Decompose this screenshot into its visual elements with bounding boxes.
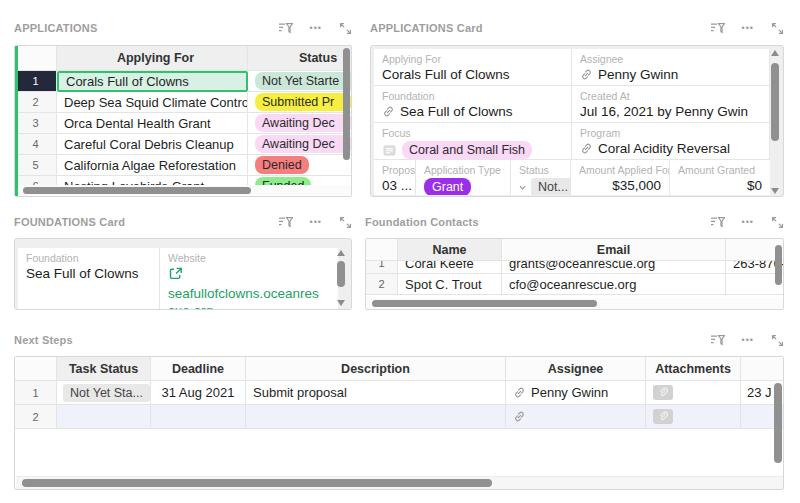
scroll-down-arrow[interactable]: [337, 300, 345, 306]
scroll-up-arrow[interactable]: [771, 50, 779, 56]
field-program[interactable]: Program Coral Acidity Reversal: [572, 123, 770, 159]
vertical-scrollbar-thumb[interactable]: [343, 48, 350, 160]
column-header-extra[interactable]: [741, 357, 784, 381]
row-number[interactable]: 3: [15, 113, 57, 134]
column-header-description[interactable]: Description: [246, 357, 506, 381]
scroll-down-arrow[interactable]: [771, 188, 779, 194]
cell-attachments[interactable]: [646, 381, 741, 405]
filter-icon[interactable]: [710, 334, 725, 346]
cell-status[interactable]: Awaiting Dec: [248, 134, 352, 155]
cell-task-status[interactable]: [57, 405, 151, 429]
column-header-assignee[interactable]: Assignee: [506, 357, 646, 381]
cell-deadline[interactable]: 31 Aug 2021: [151, 381, 246, 405]
field-applying-for[interactable]: Applying For Corals Full of Clowns: [374, 49, 572, 85]
column-header-attachments[interactable]: Attachments: [646, 357, 741, 381]
field-assignee[interactable]: Assignee Penny Gwinn: [572, 49, 770, 85]
cell-email[interactable]: cfo@oceanrescue.org: [502, 274, 726, 295]
cell-task-status[interactable]: Not Yet Sta...: [57, 381, 151, 405]
vertical-scrollbar-thumb[interactable]: [774, 383, 782, 463]
field-amount-applied[interactable]: Amount Applied For $35,000: [571, 160, 670, 195]
table-row[interactable]: 1 Coral Keefe grants@oceanrescue.org 263…: [366, 261, 784, 274]
row-number[interactable]: 2: [15, 92, 57, 113]
column-header-task-status[interactable]: Task Status: [57, 357, 151, 381]
expand-icon[interactable]: [771, 334, 784, 347]
table-row[interactable]: 3 Orca Dental Health Grant Awaiting Dec: [15, 113, 352, 134]
field-foundation[interactable]: Foundation Sea Full of Clowns: [18, 248, 160, 310]
column-header-status[interactable]: Status: [248, 46, 352, 71]
row-number[interactable]: 5: [15, 155, 57, 176]
field-website[interactable]: Website seafullofclowns.oceanrescue.org: [160, 248, 338, 310]
expand-icon[interactable]: [771, 22, 784, 35]
vertical-scrollbar-thumb[interactable]: [771, 63, 779, 141]
attachment-button[interactable]: [653, 385, 673, 400]
attachment-button[interactable]: [653, 409, 673, 424]
cell-applying-for[interactable]: Deep Sea Squid Climate Control: [57, 92, 248, 113]
column-header-deadline[interactable]: Deadline: [151, 357, 246, 381]
filter-icon[interactable]: [278, 22, 293, 34]
more-options-icon[interactable]: •••: [742, 24, 754, 33]
more-options-icon[interactable]: •••: [310, 218, 322, 227]
link-record-icon: [513, 386, 526, 399]
cell-attachments[interactable]: [646, 405, 741, 429]
vertical-scrollbar-thumb[interactable]: [775, 245, 782, 285]
field-application-type[interactable]: Application Type Grant: [416, 160, 511, 195]
cell-assignee[interactable]: [506, 405, 646, 429]
cell-status[interactable]: Awaiting Dec: [248, 113, 352, 134]
table-row[interactable]: 2 Deep Sea Squid Climate Control Submitt…: [15, 92, 352, 113]
field-created-at[interactable]: Created At Jul 16, 2021 by Penny Gwin: [572, 86, 770, 122]
cell-description[interactable]: Submit proposal: [246, 381, 506, 405]
chevron-down-icon[interactable]: [519, 185, 526, 190]
cell-applying-for[interactable]: Corals Full of Clowns: [57, 71, 248, 92]
cell-name[interactable]: Spot C. Trout: [398, 274, 502, 295]
more-options-icon[interactable]: •••: [742, 218, 754, 227]
table-row[interactable]: 2: [15, 405, 784, 429]
column-header-applying-for[interactable]: Applying For: [57, 46, 248, 71]
horizontal-scrollbar-thumb[interactable]: [23, 187, 251, 194]
row-number[interactable]: 1: [366, 261, 398, 274]
expand-icon[interactable]: [771, 216, 784, 229]
cell-applying-for[interactable]: California Algae Reforestation: [57, 155, 248, 176]
field-proposal[interactable]: Proposa 03 ...: [374, 160, 416, 195]
row-number[interactable]: 2: [15, 405, 57, 429]
cell-status[interactable]: Not Yet Starte: [248, 71, 352, 92]
cell-deadline[interactable]: [151, 405, 246, 429]
cell-name[interactable]: Coral Keefe: [398, 261, 502, 274]
cell-applying-for[interactable]: Careful Coral Debris Cleanup: [57, 134, 248, 155]
external-link-icon[interactable]: [168, 266, 338, 284]
table-row[interactable]: 2 Spot C. Trout cfo@oceanrescue.org: [366, 274, 784, 295]
filter-icon[interactable]: [710, 22, 725, 34]
more-options-icon[interactable]: •••: [310, 24, 322, 33]
row-number[interactable]: 2: [366, 274, 398, 295]
row-number[interactable]: 1: [15, 71, 57, 92]
field-focus[interactable]: Focus Coral and Small Fish: [374, 123, 572, 159]
scroll-up-arrow[interactable]: [337, 250, 345, 256]
cell-assignee[interactable]: Penny Gwinn: [506, 381, 646, 405]
filter-icon[interactable]: [710, 216, 725, 228]
expand-icon[interactable]: [339, 22, 352, 35]
cell-description[interactable]: [246, 405, 506, 429]
contacts-table-header: Name Email: [366, 239, 784, 261]
vertical-scrollbar-thumb[interactable]: [337, 261, 345, 287]
horizontal-scrollbar-thumb[interactable]: [22, 479, 492, 487]
cell-status[interactable]: Submitted Pr: [248, 92, 352, 113]
row-number[interactable]: 4: [15, 134, 57, 155]
website-link[interactable]: seafullofclowns.oceanrescue.org: [168, 285, 320, 310]
cell-applying-for[interactable]: Orca Dental Health Grant: [57, 113, 248, 134]
expand-icon[interactable]: [339, 216, 352, 229]
table-row[interactable]: 1 Corals Full of Clowns Not Yet Starte: [15, 71, 352, 92]
field-amount-granted[interactable]: Amount Granted $0: [670, 160, 770, 195]
table-row[interactable]: 4 Careful Coral Debris Cleanup Awaiting …: [15, 134, 352, 155]
column-header-email[interactable]: Email: [502, 239, 726, 261]
more-options-icon[interactable]: •••: [742, 336, 754, 345]
horizontal-scrollbar: [16, 185, 352, 196]
filter-icon[interactable]: [278, 216, 293, 228]
table-row[interactable]: 1 Not Yet Sta... 31 Aug 2021 Submit prop…: [15, 381, 784, 405]
row-number[interactable]: 1: [15, 381, 57, 405]
field-status[interactable]: Status Not...: [511, 160, 571, 195]
field-foundation[interactable]: Foundation Sea Full of Clowns: [374, 86, 572, 122]
horizontal-scrollbar-thumb[interactable]: [372, 300, 597, 307]
cell-status[interactable]: Denied: [248, 155, 352, 176]
cell-email[interactable]: grants@oceanrescue.org: [502, 261, 726, 274]
table-row[interactable]: 5 California Algae Reforestation Denied: [15, 155, 352, 176]
column-header-name[interactable]: Name: [398, 239, 502, 261]
